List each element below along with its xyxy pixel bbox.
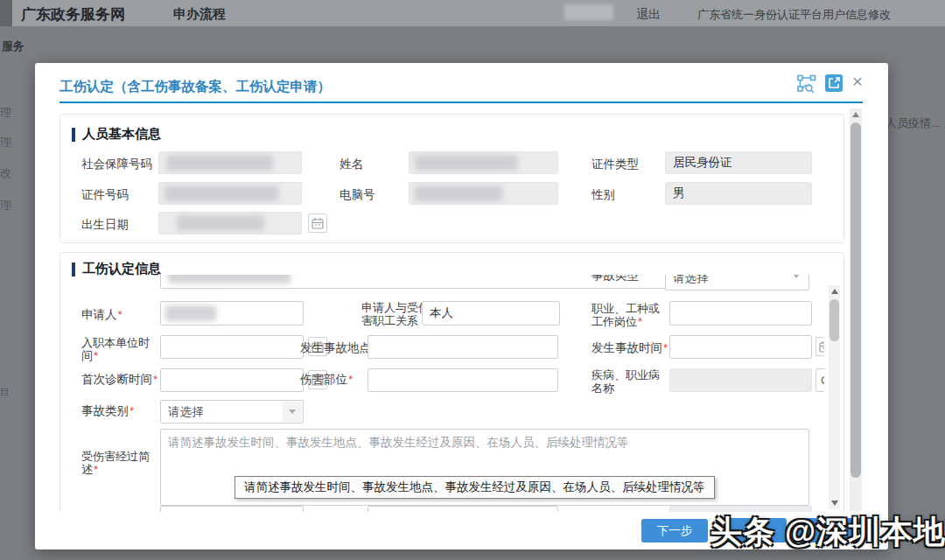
id-type-label: 证件类型	[592, 158, 639, 171]
cutoff-field-2[interactable]	[368, 506, 558, 512]
disease-name-field	[669, 368, 812, 392]
cutoff-field-1[interactable]	[160, 506, 304, 512]
accident-time-label: 发生事故时间*	[592, 341, 668, 354]
unit-name-label: 单位名称	[81, 275, 129, 276]
background-right-text: 人员疫情...	[886, 116, 941, 131]
accident-type-chevron-icon	[793, 275, 800, 278]
accident-type-select[interactable]: 请选择	[665, 275, 809, 290]
username-redacted	[564, 4, 613, 20]
accident-type-label: 事故类型*	[592, 275, 644, 282]
sidebar-fragment-3: 改	[0, 165, 11, 181]
gender-field: 男	[665, 182, 812, 205]
accident-category-label: 事故类别*	[81, 404, 134, 417]
logout-link[interactable]: 退出	[636, 7, 661, 23]
accident-category-select[interactable]: 请选择	[160, 400, 304, 424]
accident-time-calendar-icon[interactable]	[816, 337, 824, 356]
accident-place-field[interactable]	[368, 335, 558, 359]
open-new-window-icon[interactable]	[825, 74, 843, 92]
ssn-redacted-value	[166, 155, 273, 171]
id-type-field: 居民身份证	[665, 151, 812, 174]
applicant-redacted-value	[165, 305, 216, 321]
section2-scrollbar-thumb[interactable]	[830, 299, 839, 341]
join-time-label: 入职本单位时间*	[81, 336, 151, 362]
next-step-button[interactable]: 下一步	[641, 519, 708, 542]
birth-date-redacted-value	[177, 215, 264, 231]
name-label: 姓名	[340, 158, 363, 171]
description-tooltip: 请简述事故发生时间、事故发生地点、事故发生经过及原因、在场人员、后续处理情况等	[234, 476, 715, 499]
scroll-up-icon[interactable]	[852, 112, 859, 117]
sidebar-fragment-1: 理	[0, 105, 11, 121]
top-nav: 广东政务服务网 申办流程 退出 广东省统一身份认证平台用户信息修改	[0, 0, 945, 26]
accident-place-label: 发生事故地点*	[300, 341, 376, 354]
name-redacted-value	[415, 155, 518, 171]
id-number-label: 证件号码	[81, 188, 129, 201]
accident-category-chevron-icon	[283, 402, 302, 422]
birth-date-label: 出生日期	[81, 218, 129, 231]
unit-name-redacted-value	[168, 275, 290, 284]
injury-part-label: 伤害部位*	[300, 373, 353, 386]
injury-part-field[interactable]	[368, 368, 558, 392]
title-underline	[60, 102, 863, 103]
sidebar-fragment-5: 目	[0, 386, 10, 399]
nav-corner-block	[0, 0, 12, 26]
occupation-label: 职业、工种或工作岗位*	[592, 302, 666, 328]
section1-title: 人员基本信息	[82, 126, 161, 143]
sidebar-fragment-2: 理	[0, 135, 11, 150]
description-label: 受伤害经过简述*	[81, 450, 151, 476]
flow-preview-icon[interactable]	[796, 74, 817, 94]
sidebar-fragment-services: 服务	[2, 38, 24, 54]
watermark: 头条 @深圳本地宝	[710, 511, 945, 554]
computer-no-label: 电脑号	[340, 188, 375, 201]
close-icon[interactable]: ×	[848, 72, 867, 91]
modal-title: 工伤认定（含工伤事故备案、工伤认定申请）	[60, 78, 331, 96]
first-diagnosis-field[interactable]	[160, 368, 304, 392]
page-root: 广东政务服务网 申办流程 退出 广东省统一身份认证平台用户信息修改 服务 理 理…	[0, 0, 945, 560]
applicant-label: 申请人*	[81, 308, 122, 321]
site-logo[interactable]: 广东政务服务网	[21, 4, 125, 24]
first-diagnosis-label: 首次诊断时间*	[81, 373, 158, 386]
ssn-label: 社会保障号码	[81, 158, 152, 171]
section2-scroll-up-icon[interactable]	[831, 289, 838, 294]
section2-scroll-viewport: 单位名称 事故类型* 请选择 申请人* 申请人与受伤害职工关系 本人 职业、工种…	[66, 275, 824, 512]
description-placeholder: 请简述事故发生时间、事故发生地点、事故发生经过及原因、在场人员、后续处理情况等	[168, 435, 629, 451]
gender-label: 性别	[592, 188, 615, 201]
relation-label: 申请人与受伤害职工关系	[361, 301, 431, 327]
occupation-field[interactable]	[669, 301, 812, 326]
nav-item-process[interactable]: 申办流程	[173, 6, 226, 23]
calendar-icon[interactable]	[308, 214, 327, 233]
accident-time-field[interactable]	[669, 335, 812, 359]
disease-name-label: 疾病、职业病名称	[592, 368, 666, 395]
relation-field[interactable]: 本人	[422, 301, 560, 326]
section2-scroll-down-icon[interactable]	[831, 500, 838, 506]
section1-marker	[72, 128, 75, 142]
id-number-redacted-value	[164, 186, 278, 201]
join-time-field[interactable]	[160, 335, 304, 359]
modal-scrollbar-thumb[interactable]	[850, 122, 861, 478]
account-info-link[interactable]: 广东省统一身份认证平台用户信息修改	[697, 7, 891, 23]
computer-no-redacted-value	[415, 186, 502, 201]
sidebar-fragment-4: 理	[0, 198, 11, 214]
disease-picker-button[interactable]: C	[816, 368, 824, 392]
